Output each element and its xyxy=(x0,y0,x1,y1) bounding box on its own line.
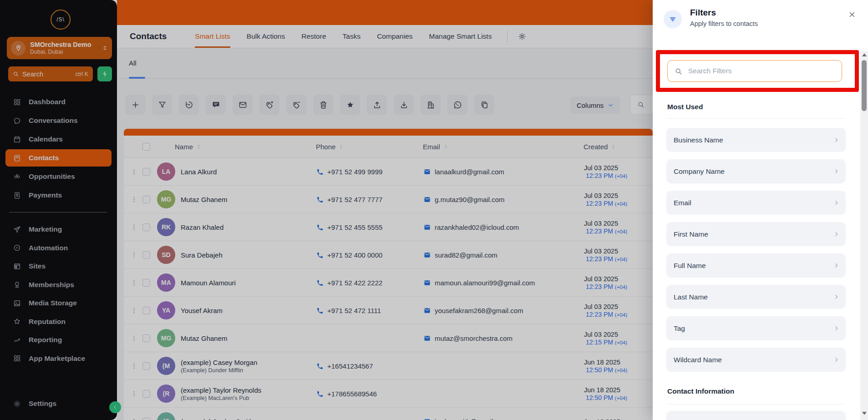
filter-item-label: Wildcard Name xyxy=(674,356,722,364)
filter-item-tag[interactable]: Tag xyxy=(666,316,846,340)
scrollbar-up-arrow[interactable] xyxy=(862,53,867,56)
scrollbar-down-arrow[interactable] xyxy=(862,412,867,415)
filter-item-partial[interactable] xyxy=(666,411,846,420)
close-icon[interactable] xyxy=(848,10,857,19)
chevron-right-icon xyxy=(832,356,840,364)
filter-item-label: Email xyxy=(674,199,691,207)
filter-item-label: Tag xyxy=(674,324,685,333)
filters-panel-subtitle: Apply filters to contacts xyxy=(690,20,758,27)
section-heading-contact-information: Contact Information xyxy=(667,387,734,395)
filter-item-label: Last Name xyxy=(674,293,708,301)
filter-item-label: First Name xyxy=(674,230,708,238)
section-divider xyxy=(666,404,845,405)
panel-divider xyxy=(653,49,868,50)
filter-item-label: Full Name xyxy=(674,262,706,270)
modal-overlay[interactable] xyxy=(0,0,653,420)
filter-item-business-name[interactable]: Business Name xyxy=(666,128,846,152)
app-window: /S\ SMOrchestra Demo Dubai, Dubai Search… xyxy=(0,0,868,420)
filter-item-label: Company Name xyxy=(674,167,725,176)
chevron-right-icon xyxy=(832,293,840,301)
chevron-right-icon xyxy=(832,199,840,207)
chevron-right-icon xyxy=(832,230,840,238)
panel-scrollbar-thumb[interactable] xyxy=(862,60,867,111)
section-divider xyxy=(666,118,845,119)
filter-item-wildcard-name[interactable]: Wildcard Name xyxy=(666,348,846,372)
filter-item-company-name[interactable]: Company Name xyxy=(666,159,846,183)
filter-item-full-name[interactable]: Full Name xyxy=(666,253,846,278)
filter-item-first-name[interactable]: First Name xyxy=(666,222,846,246)
filter-item-last-name[interactable]: Last Name xyxy=(666,285,846,309)
chevron-right-icon xyxy=(832,136,840,144)
chevron-right-icon xyxy=(832,167,840,175)
chevron-right-icon xyxy=(832,262,840,269)
filter-item-label: Business Name xyxy=(674,136,723,144)
filter-item-email[interactable]: Email xyxy=(666,191,846,215)
annotation-highlight-box xyxy=(656,50,859,92)
section-heading-most-used: Most Used xyxy=(667,103,703,111)
filter-lines-icon xyxy=(664,10,682,28)
filters-panel-title: Filters xyxy=(690,8,716,18)
chevron-right-icon xyxy=(832,324,840,332)
